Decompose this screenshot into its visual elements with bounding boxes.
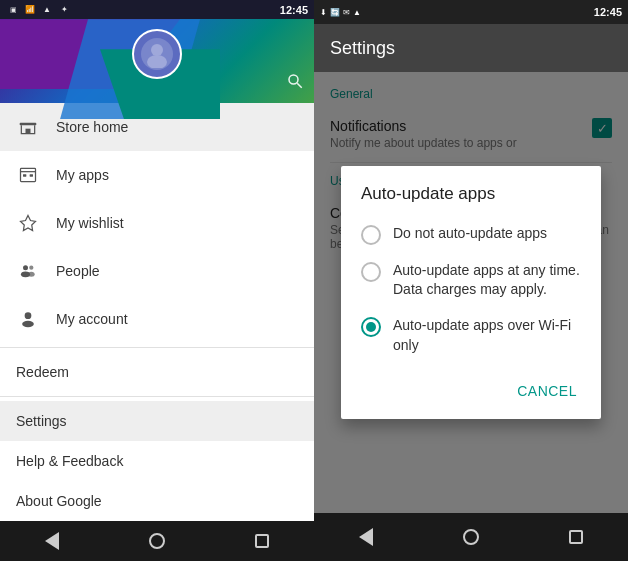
dialog-title: Auto-update apps [341, 166, 601, 216]
recent-button-right[interactable] [556, 517, 596, 557]
status-icons-left: ▣ 📶 ▲ ✦ [6, 5, 71, 15]
svg-line-3 [297, 83, 302, 88]
status-bar-left: ▣ 📶 ▲ ✦ 12:45 [0, 0, 314, 19]
settings-page-title: Settings [330, 38, 395, 59]
menu-list: Store home My apps My wishlist [0, 103, 314, 521]
settings-label: Settings [16, 413, 67, 429]
help-feedback-label: Help & Feedback [16, 453, 123, 469]
radio-label-no-auto: Do not auto-update apps [393, 224, 547, 244]
recent-button-left[interactable] [242, 521, 282, 561]
cancel-button[interactable]: CANCEL [505, 375, 589, 407]
radio-option-auto-wifi[interactable]: Auto-update apps over Wi-Fi only [349, 308, 593, 363]
signal-icon: ▲ [40, 5, 54, 15]
mail-icon: ✉ [343, 8, 350, 17]
recent-icon-left [255, 534, 269, 548]
svg-rect-5 [26, 128, 31, 133]
radio-option-no-auto[interactable]: Do not auto-update apps [349, 216, 593, 253]
home-button-left[interactable] [137, 521, 177, 561]
recent-icon-right [569, 530, 583, 544]
dialog-actions: CANCEL [341, 371, 601, 419]
header-background [0, 19, 314, 103]
radio-label-auto-any: Auto-update apps at any time. Data charg… [393, 261, 581, 300]
bottom-nav-right [314, 513, 628, 561]
status-time-right: 12:45 [594, 6, 622, 18]
svg-point-15 [25, 312, 32, 319]
menu-item-help-feedback[interactable]: Help & Feedback [0, 441, 314, 481]
wishlist-icon [16, 211, 40, 235]
radio-btn-auto-wifi [361, 317, 381, 337]
radio-option-auto-any[interactable]: Auto-update apps at any time. Data charg… [349, 253, 593, 308]
svg-point-2 [289, 75, 298, 84]
redeem-label: Redeem [16, 364, 69, 380]
radio-btn-auto-any [361, 262, 381, 282]
home-button-right[interactable] [451, 517, 491, 557]
account-icon [16, 307, 40, 331]
menu-item-settings[interactable]: Settings [0, 401, 314, 441]
svg-point-16 [22, 320, 34, 327]
avatar[interactable] [132, 29, 182, 79]
sync-icon: 🔄 [330, 8, 340, 17]
avatar-image [141, 38, 173, 70]
back-button-left[interactable] [32, 521, 72, 561]
dialog-options: Do not auto-update apps Auto-update apps… [341, 216, 601, 371]
settings-content: General Notifications Notify me about up… [314, 72, 628, 513]
store-home-label: Store home [56, 119, 128, 135]
status-bar-right: ⬇ 🔄 ✉ ▲ 12:45 [314, 0, 628, 24]
svg-rect-6 [21, 168, 36, 181]
svg-point-13 [29, 265, 33, 269]
back-icon-right [359, 528, 373, 546]
home-icon-left [149, 533, 165, 549]
radio-label-auto-wifi: Auto-update apps over Wi-Fi only [393, 316, 581, 355]
auto-update-dialog: Auto-update apps Do not auto-update apps… [341, 166, 601, 419]
svg-marker-10 [21, 215, 36, 230]
notification-icon: ▣ [6, 5, 20, 15]
about-google-label: About Google [16, 493, 102, 509]
menu-item-my-apps[interactable]: My apps [0, 151, 314, 199]
svg-rect-8 [23, 174, 26, 177]
svg-rect-4 [20, 122, 37, 125]
svg-rect-9 [30, 174, 33, 177]
menu-item-my-account[interactable]: My account [0, 295, 314, 343]
status-time-left: 12:45 [280, 4, 308, 16]
wifi-icon: 📶 [23, 5, 37, 15]
my-apps-label: My apps [56, 167, 109, 183]
menu-item-redeem[interactable]: Redeem [0, 352, 314, 392]
back-icon-left [45, 532, 59, 550]
radio-inner-auto-wifi [366, 322, 376, 332]
svg-point-14 [28, 271, 35, 276]
bottom-nav-left [0, 521, 314, 561]
download-icon: ⬇ [320, 8, 327, 17]
svg-point-0 [151, 44, 163, 56]
svg-point-11 [23, 265, 28, 270]
back-button-right[interactable] [346, 517, 386, 557]
my-apps-icon [16, 163, 40, 187]
menu-item-my-wishlist[interactable]: My wishlist [0, 199, 314, 247]
right-panel: ⬇ 🔄 ✉ ▲ 12:45 Settings General Notificat… [314, 0, 628, 561]
radio-btn-no-auto [361, 225, 381, 245]
people-icon [16, 259, 40, 283]
my-account-label: My account [56, 311, 128, 327]
signal-right-icon: ▲ [353, 8, 361, 17]
dialog-overlay: Auto-update apps Do not auto-update apps… [314, 72, 628, 513]
status-icons-right: ⬇ 🔄 ✉ ▲ [320, 8, 361, 17]
menu-item-about-google[interactable]: About Google [0, 481, 314, 521]
people-label: People [56, 263, 100, 279]
my-wishlist-label: My wishlist [56, 215, 124, 231]
settings-header: Settings [314, 24, 628, 72]
menu-divider-1 [0, 347, 314, 348]
search-icon[interactable] [286, 72, 304, 95]
store-home-icon [16, 115, 40, 139]
menu-divider-2 [0, 396, 314, 397]
svg-point-1 [147, 55, 167, 68]
bluetooth-icon: ✦ [57, 5, 71, 15]
left-panel: ▣ 📶 ▲ ✦ 12:45 [0, 0, 314, 561]
home-icon-right [463, 529, 479, 545]
menu-item-people[interactable]: People [0, 247, 314, 295]
